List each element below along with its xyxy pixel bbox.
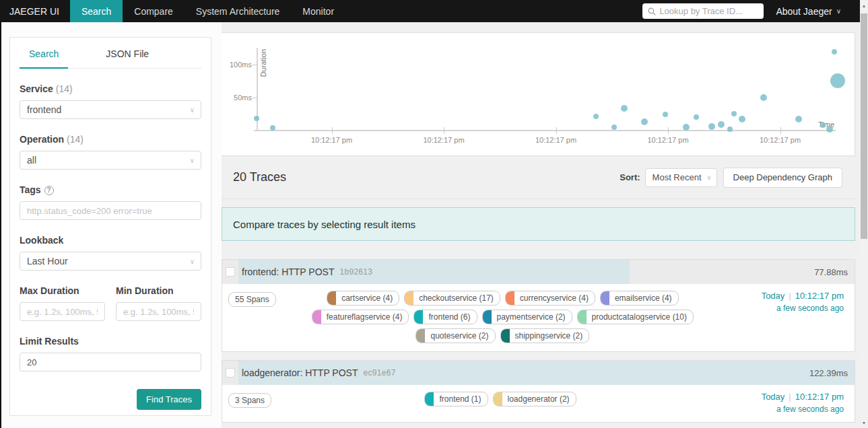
trace-lookup-box[interactable] (642, 3, 764, 19)
find-traces-button[interactable]: Find Traces (137, 389, 201, 410)
help-icon[interactable]: ? (44, 186, 54, 195)
nav-spacer (345, 0, 642, 22)
trace-scatter-dot[interactable] (593, 114, 599, 119)
chevron-down-icon: ∨ (836, 7, 841, 15)
service-color-swatch (501, 329, 510, 343)
trace-date[interactable]: Today (762, 291, 785, 301)
nav-item-search[interactable]: Search (70, 0, 123, 22)
sidebar-tab-json-file[interactable]: JSON File (96, 38, 158, 69)
service-tag-label: loadgenerator (2) (502, 392, 576, 406)
span-count-chip: 3 Spans (228, 393, 271, 408)
x-tick-label: 10:12:17 pm (760, 136, 801, 144)
trace-checkbox-zone (222, 368, 238, 378)
trace-title: loadgenerator: HTTP POST (242, 367, 358, 378)
trace-date-time[interactable]: Today|10:12:17 pm (729, 392, 844, 402)
y-tick-mark (253, 65, 257, 65)
service-count: (14) (56, 83, 73, 94)
trace-scatter-dot[interactable] (708, 123, 715, 130)
trace-select-checkbox[interactable] (226, 267, 235, 277)
operation-select[interactable]: all ∨ (20, 151, 201, 170)
trace-scatter-dot[interactable] (830, 73, 845, 88)
sort-select[interactable]: Most Recent ∨ (645, 168, 717, 187)
trace-time[interactable]: 10:12:17 pm (795, 291, 844, 301)
service-tag: frontend (6) (413, 310, 477, 324)
trace-checkbox-zone (222, 267, 238, 277)
max-duration-input[interactable] (20, 302, 105, 321)
tags-label: Tags? (20, 184, 201, 195)
service-tag-label: checkoutservice (17) (413, 291, 500, 305)
limit-results-label: Limit Results (20, 336, 201, 347)
trace-scatter-dot[interactable] (739, 116, 745, 122)
trace-date[interactable]: Today (762, 392, 785, 402)
trace-duration: 77.88ms (814, 267, 855, 277)
trace-scatter-dot[interactable] (760, 94, 767, 101)
trace-scatter-dot[interactable] (718, 121, 725, 128)
trace-lookup-input[interactable] (659, 6, 758, 16)
min-duration-input[interactable] (116, 302, 201, 321)
limit-results-input[interactable] (20, 353, 201, 371)
trace-scatter-dot[interactable] (683, 124, 690, 131)
max-duration-label: Max Duration (20, 285, 105, 296)
page-scrollbar[interactable]: ▲ ▼ (860, 0, 868, 428)
trace-scatter-dot[interactable] (731, 111, 737, 116)
service-tag: emailservice (4) (600, 291, 679, 306)
tags-input[interactable] (20, 201, 201, 220)
window-edge (0, 22, 1, 428)
search-form-panel: SearchJSON File Service (14) frontend ∨ … (9, 37, 211, 416)
max-duration-field: Max Duration (20, 285, 105, 321)
trace-scatter-dot[interactable] (795, 116, 802, 122)
min-duration-field: Min Duration (116, 285, 201, 321)
trace-timestamps: Today|10:12:17 pma few seconds ago (729, 392, 844, 414)
limit-results-field: Limit Results (20, 336, 201, 371)
trace-row-header[interactable]: frontend: HTTP POST1b9261377.88ms (222, 260, 855, 284)
service-color-swatch (601, 291, 609, 305)
service-select[interactable]: frontend ∨ (20, 100, 201, 119)
trace-scatter-dot[interactable] (611, 124, 617, 130)
trace-relative-time: a few seconds ago (729, 404, 844, 414)
results-main: Duration Time 100ms50ms10:12:17 pm10:12:… (222, 22, 860, 428)
trace-scatter-dot[interactable] (826, 126, 833, 133)
trace-row-details: 55 Spanscartservice (4)checkoutservice (… (222, 284, 855, 351)
trace-scatter-dot[interactable] (694, 114, 699, 120)
x-tick-label: 10:12:17 pm (311, 136, 352, 144)
trace-scatter-dot[interactable] (621, 105, 628, 112)
nav-item-system-architecture[interactable]: System Architecture (185, 0, 292, 22)
scrollbar-thumb[interactable] (861, 13, 867, 239)
trace-row-header[interactable]: loadgenerator: HTTP POSTec91e67122.39ms (222, 361, 855, 385)
service-color-swatch (425, 392, 434, 406)
trace-time[interactable]: 10:12:17 pm (795, 392, 844, 402)
service-tag: productcatalogservice (10) (577, 310, 694, 324)
about-jaeger-menu[interactable]: About Jaeger ∨ (776, 0, 841, 22)
x-axis-line (254, 130, 836, 131)
lookback-select[interactable]: Last Hour ∨ (20, 252, 201, 271)
trace-scatter-dot[interactable] (663, 112, 668, 117)
trace-count: 20 Traces (233, 170, 286, 184)
operation-field: Operation (14) all ∨ (20, 134, 201, 170)
span-count-chip: 55 Spans (228, 292, 276, 307)
trace-date-time[interactable]: Today|10:12:17 pm (729, 291, 844, 301)
service-label: Service (14) (20, 83, 201, 94)
scroll-up-arrow[interactable]: ▲ (860, 1, 868, 9)
nav-item-monitor[interactable]: Monitor (291, 0, 345, 22)
x-tick-label: 10:12:17 pm (535, 136, 576, 144)
service-tag-label: paymentservice (2) (492, 310, 572, 324)
trace-scatter-dot[interactable] (727, 127, 733, 132)
trace-scatter-dot[interactable] (254, 116, 259, 121)
trace-select-checkbox[interactable] (226, 368, 235, 378)
scroll-down-arrow[interactable]: ▼ (860, 419, 868, 427)
duration-scatter-plot[interactable]: Duration Time 100ms50ms10:12:17 pm10:12:… (222, 33, 855, 155)
compare-banner: Compare traces by selecting result items (222, 207, 855, 241)
service-color-swatch (416, 329, 425, 343)
nav-item-compare[interactable]: Compare (123, 0, 185, 22)
trace-result-card: loadgenerator: HTTP POSTec91e67122.39ms3… (222, 360, 855, 423)
trace-row-details: 3 Spansfrontend (1)loadgenerator (2)Toda… (222, 385, 855, 422)
sidebar-tab-search[interactable]: Search (20, 38, 68, 69)
trace-scatter-dot[interactable] (641, 118, 648, 125)
service-tag-label: featureflagservice (4) (321, 310, 409, 324)
trace-scatter-dot[interactable] (832, 49, 837, 55)
x-tick-mark (668, 127, 669, 134)
deep-dependency-graph-button[interactable]: Deep Dependency Graph (723, 168, 842, 188)
x-tick-mark (780, 127, 781, 134)
service-color-swatch (414, 310, 423, 324)
x-tick-label: 10:12:17 pm (647, 136, 688, 144)
